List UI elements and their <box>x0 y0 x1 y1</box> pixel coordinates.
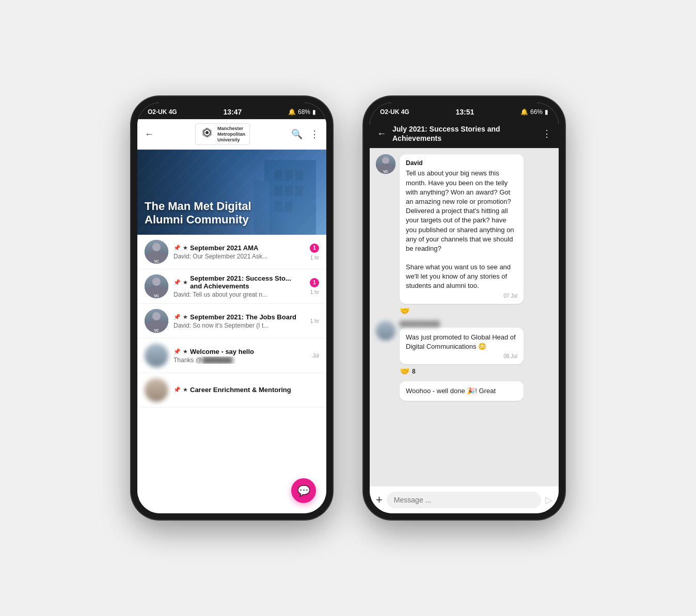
university-logo: Manchester Metropolitan University <box>195 123 250 145</box>
message-group-2-inner: ███████████ Was just promoted to Global … <box>376 321 552 376</box>
phone-1: O2-UK 4G 13:47 🔔 68% ▮ ← Manchester M <box>131 96 333 520</box>
chat-content-1: 📌 ★ September 2021 AMA David: Our Septem… <box>173 244 305 260</box>
battery-1: 🔔 68% ▮ <box>288 108 316 116</box>
back-button-2[interactable]: ← <box>377 128 386 139</box>
chat-title-2: September 2021: Success Sto...and Achiev… <box>190 274 291 290</box>
avatar-label-1: VC <box>145 260 168 263</box>
message-bubble-2-container: ███████████ Was just promoted to Global … <box>400 321 524 376</box>
pin-icon-1: 📌 <box>173 245 181 251</box>
star-icon-5: ★ <box>183 386 188 393</box>
chat-list: VC 📌 ★ September 2021 AMA David: Our Sep… <box>137 235 326 513</box>
avatar-label-3: VC <box>145 329 168 332</box>
chat-item-2[interactable]: VC 📌 ★ September 2021: Success Sto...and… <box>137 269 326 304</box>
chat-item-4[interactable]: 📌 ★ Welcome - say hello Thanks @███████ … <box>137 338 326 373</box>
avatar-2: VC <box>145 274 168 298</box>
msg-text-1b: Share what you want us to see and we'll … <box>406 263 517 291</box>
chat-meta-4: Jul <box>312 353 319 359</box>
time-1: 13:47 <box>223 108 242 116</box>
chat-title-3: September 2021: The Jobs Board <box>190 313 296 321</box>
reaction-bar-1: 🤝 <box>400 306 552 316</box>
pin-icon-4: 📌 <box>173 348 181 355</box>
message-input[interactable] <box>387 492 541 508</box>
msg-sender-2-blurred: ███████████ <box>400 321 524 327</box>
time-4a: Jul <box>312 353 319 359</box>
msg-sender-1: David <box>406 159 517 167</box>
badge-1: 1 <box>310 244 319 253</box>
hero-title: The Man Met Digital Alumni Community <box>145 200 251 227</box>
status-bar-2: O2-UK 4G 13:51 🔔 66% ▮ <box>370 103 559 119</box>
msg-avatar-2 <box>376 321 396 341</box>
msg-text-2: Was just promoted to Global Head of Digi… <box>406 333 517 351</box>
blurred-name-4: ███████ <box>202 356 233 364</box>
avatar-1: VC <box>145 240 168 264</box>
svg-rect-10 <box>254 181 270 235</box>
badge-2: 1 <box>310 278 319 287</box>
msg-avatar-david: VC <box>376 154 396 174</box>
svg-rect-3 <box>285 170 293 181</box>
avatar-label-2: VC <box>145 294 168 298</box>
svg-rect-4 <box>295 170 303 181</box>
chat-preview-1: David: Our September 2021 Ask... <box>173 253 305 260</box>
star-icon-3: ★ <box>183 314 188 320</box>
svg-rect-8 <box>275 201 282 212</box>
svg-rect-2 <box>275 170 282 181</box>
chat-preview-2: David: Tell us about your great n... <box>173 291 305 298</box>
chat-item-1[interactable]: VC 📌 ★ September 2021 AMA David: Our Sep… <box>137 235 326 269</box>
svg-point-0 <box>205 131 209 134</box>
message-input-bar: + ▷ <box>370 486 559 513</box>
avatar-5 <box>145 378 168 402</box>
reaction-count-2: 8 <box>412 368 416 375</box>
chat-meta-2: 1 1 hr <box>310 278 319 295</box>
more-icon[interactable]: ⋮ <box>310 128 319 140</box>
message-group-1: VC David Tell us about your big news thi… <box>376 154 552 315</box>
message-bubble-3-container: Woohoo - well done 🎉! Great <box>400 381 552 401</box>
logo-text: Manchester Metropolitan University <box>217 126 245 142</box>
chat-preview-4: Thanks @███████ <box>173 356 307 364</box>
more-icon-2[interactable]: ⋮ <box>542 128 551 139</box>
avatar-4 <box>145 344 168 367</box>
time-2: 13:51 <box>455 108 474 116</box>
chat-title-4: Welcome - say hello <box>190 348 254 355</box>
phone-2-screen: O2-UK 4G 13:51 🔔 66% ▮ ← July 2021: Succ… <box>370 103 559 513</box>
time-2a: 1 hr <box>310 289 319 295</box>
pin-icon-2: 📌 <box>173 279 181 286</box>
status-bar-1: O2-UK 4G 13:47 🔔 68% ▮ <box>137 103 326 119</box>
chat-content-5: 📌 ★ Career Enrichment & Mentoring <box>173 386 319 395</box>
reaction-emoji-1: 🤝 <box>400 306 410 316</box>
header-icons-1: 🔍 ⋮ <box>291 128 319 140</box>
add-attachment-button[interactable]: + <box>376 493 383 507</box>
compose-icon: 💬 <box>297 484 310 497</box>
search-icon[interactable]: 🔍 <box>291 128 303 140</box>
alarm-icon-2: 🔔 <box>520 108 528 116</box>
chat-content-4: 📌 ★ Welcome - say hello Thanks @███████ <box>173 348 307 364</box>
chat-meta-3: 1 hr <box>310 318 319 324</box>
battery-icon-2: ▮ <box>545 108 548 116</box>
avatar-3: VC <box>145 309 168 333</box>
battery-2: 🔔 66% ▮ <box>520 108 548 116</box>
msg-bubble-1: David Tell us about your big news this m… <box>400 154 524 303</box>
compose-fab[interactable]: 💬 <box>291 478 316 503</box>
time-1a: 1 hr <box>310 255 319 261</box>
back-button-1[interactable]: ← <box>145 129 154 140</box>
app-header-1: ← Manchester Metropolitan University 🔍 ⋮ <box>137 119 326 150</box>
time-3a: 1 hr <box>310 318 319 324</box>
send-button[interactable]: ▷ <box>545 494 552 506</box>
svg-rect-6 <box>285 186 293 196</box>
svg-rect-9 <box>285 201 293 212</box>
chat-item-5[interactable]: 📌 ★ Career Enrichment & Mentoring <box>137 373 326 408</box>
pin-icon-3: 📌 <box>173 314 181 320</box>
hero-banner: The Man Met Digital Alumni Community <box>137 150 326 235</box>
msg-text-1: Tell us about your big news this month. … <box>406 169 517 253</box>
message-bubble-1: David Tell us about your big news this m… <box>400 154 552 315</box>
star-icon-1: ★ <box>183 245 188 251</box>
chat-item-3[interactable]: VC 📌 ★ September 2021: The Jobs Board Da… <box>137 304 326 338</box>
chat-title-1: September 2021 AMA <box>190 244 258 252</box>
svg-rect-7 <box>295 186 303 196</box>
msg-text-3: Woohoo - well done 🎉! Great <box>406 386 517 396</box>
carrier-2: O2-UK 4G <box>380 108 409 116</box>
msg-avatar-label-david: VC <box>376 170 396 173</box>
svg-rect-5 <box>275 186 282 196</box>
phone-1-screen: O2-UK 4G 13:47 🔔 68% ▮ ← Manchester M <box>137 103 326 513</box>
pin-icon-5: 📌 <box>173 386 181 393</box>
reaction-bar-2: 🤝 8 <box>400 366 524 376</box>
